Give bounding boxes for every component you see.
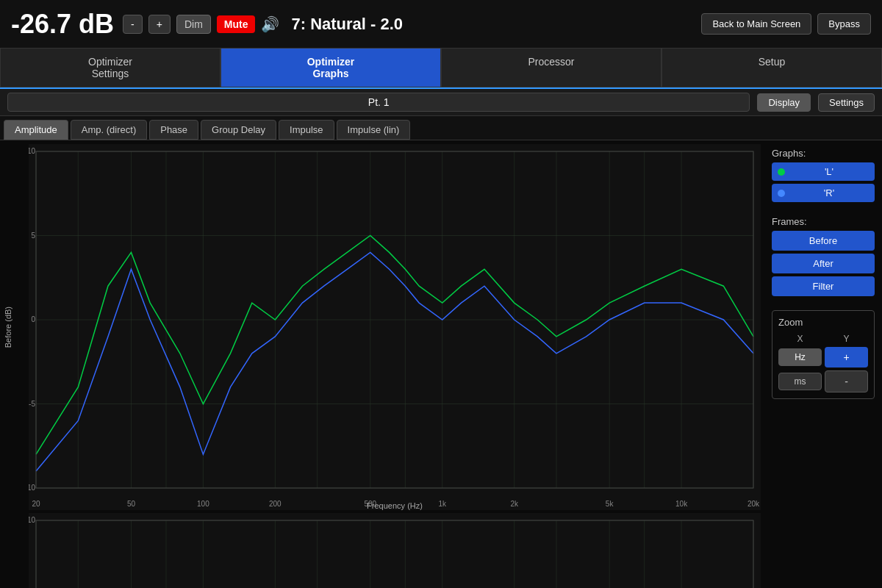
graphs-section: Graphs: 'L' 'R'	[772, 148, 875, 205]
graph-tabs: Amplitude Amp. (direct) Phase Group Dela…	[0, 116, 882, 140]
after-graph-wrapper	[29, 513, 761, 588]
content-area: Pt. 1 Display Settings Amplitude Amp. (d…	[0, 89, 882, 588]
sub-header: Pt. 1 Display Settings	[0, 89, 882, 116]
plus-button[interactable]: +	[148, 15, 171, 34]
display-button[interactable]: Display	[757, 93, 811, 112]
tab-phase[interactable]: Phase	[149, 120, 198, 140]
zoom-section: Zoom X Y Hz + ms -	[772, 310, 875, 399]
tab-amp-direct[interactable]: Amp. (direct)	[71, 120, 147, 140]
minus-button[interactable]: -	[123, 15, 143, 34]
channel-l-label: 'L'	[789, 166, 869, 177]
tab-amplitude[interactable]: Amplitude	[4, 120, 68, 140]
tab-setup[interactable]: Setup	[662, 48, 882, 87]
settings-button[interactable]: Settings	[818, 93, 875, 112]
preset-name: 7: Natural - 2.0	[291, 15, 695, 34]
before-graph-container: Before (dB)	[4, 144, 761, 510]
zoom-plus-button[interactable]: +	[825, 347, 868, 368]
channel-r-label: 'R'	[789, 187, 869, 198]
mute-button[interactable]: Mute	[217, 15, 256, 33]
tab-impulse[interactable]: Impulse	[279, 120, 334, 140]
after-graph-container: After (dB)	[4, 513, 761, 588]
frames-section-title: Frames:	[772, 216, 875, 227]
main-layout: Before (dB) After (dB) Filter (dB)	[0, 140, 882, 588]
speaker-icon: 🔊	[261, 15, 279, 33]
frame-after-button[interactable]: After	[772, 254, 875, 273]
before-graph	[29, 144, 761, 510]
frames-section: Frames: Before After Filter	[772, 216, 875, 299]
zoom-x-label: X	[778, 334, 822, 344]
graphs-area: Before (dB) After (dB) Filter (dB)	[0, 140, 764, 588]
channel-l-button[interactable]: 'L'	[772, 162, 875, 181]
before-graph-wrapper	[29, 144, 761, 510]
before-y-label: Before (dB)	[4, 306, 26, 348]
channel-r-button[interactable]: 'R'	[772, 184, 875, 202]
zoom-hz-button[interactable]: Hz	[778, 348, 822, 366]
zoom-grid: X Y Hz + ms -	[778, 334, 868, 392]
zoom-ms-button[interactable]: ms	[778, 373, 822, 390]
zoom-y-label: Y	[825, 334, 868, 344]
tab-optimizer-graphs[interactable]: OptimizerGraphs	[220, 48, 441, 87]
frame-before-button[interactable]: Before	[772, 231, 875, 251]
pt-label: Pt. 1	[7, 93, 750, 112]
sidebar: Graphs: 'L' 'R' Frames: Before After Fil…	[764, 140, 882, 588]
dim-button[interactable]: Dim	[176, 15, 211, 34]
zoom-title: Zoom	[778, 317, 868, 328]
tab-group-delay[interactable]: Group Delay	[201, 120, 276, 140]
channel-r-dot	[778, 190, 785, 197]
nav-tabs: OptimizerSettings OptimizerGraphs Proces…	[0, 48, 882, 89]
tab-impulse-lin[interactable]: Impulse (lin)	[337, 120, 411, 140]
channel-l-dot	[778, 168, 785, 176]
back-to-main-button[interactable]: Back to Main Screen	[701, 13, 811, 35]
frame-filter-button[interactable]: Filter	[772, 276, 875, 296]
bypass-button[interactable]: Bypass	[817, 13, 871, 35]
tab-processor[interactable]: Processor	[441, 48, 662, 87]
tab-optimizer-settings[interactable]: OptimizerSettings	[0, 48, 220, 87]
after-graph	[29, 513, 761, 588]
header: -26.7 dB - + Dim Mute 🔊 7: Natural - 2.0…	[0, 0, 882, 48]
graphs-section-title: Graphs:	[772, 148, 875, 159]
db-display: -26.7 dB	[11, 9, 114, 40]
zoom-minus-button[interactable]: -	[825, 370, 868, 392]
